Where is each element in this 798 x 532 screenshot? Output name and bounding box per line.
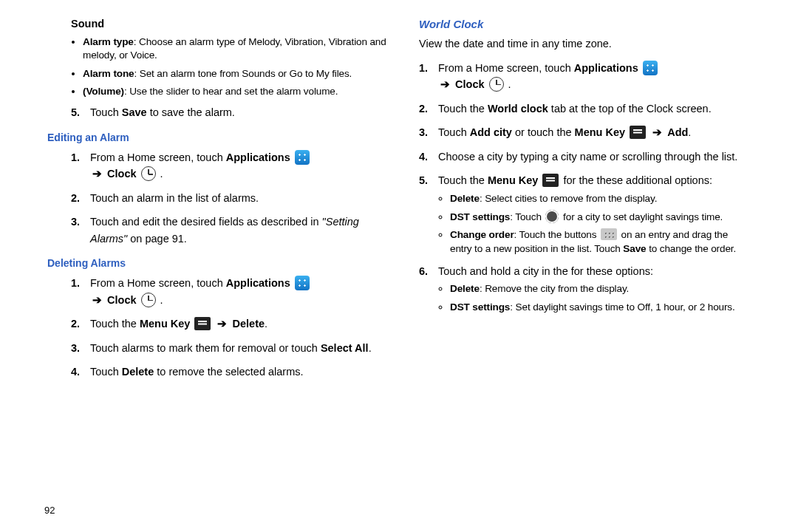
bullet-change-order: Change order: Touch the buttons on an en… [450, 228, 742, 256]
bullet-delete2: Delete: Remove the city from the display… [450, 282, 742, 296]
text: Touch [90, 366, 122, 378]
text: : Select cities to remove from the displ… [480, 193, 657, 204]
applications-icon [295, 150, 310, 165]
apps-label: Applications [226, 151, 290, 163]
text: for a city to set daylight savings time. [560, 211, 723, 222]
drag-handle-icon [601, 228, 617, 240]
period: . [369, 342, 372, 354]
text: From a Home screen, touch [90, 277, 226, 289]
text: Touch the [438, 103, 488, 115]
text: From a Home screen, touch [438, 62, 574, 74]
text: Touch alarms to mark them for removal or… [90, 342, 321, 354]
wc-step-6: Touch and hold a city in the for these o… [419, 263, 742, 314]
apps-label: Applications [574, 62, 638, 74]
text: Touch an alarm in the list of alarms. [90, 192, 259, 204]
bullet-dst2: DST settings: Set daylight savings time … [450, 301, 742, 314]
label: Delete [450, 283, 480, 294]
wc-step6-bullets: Delete: Remove the city from the display… [438, 282, 742, 314]
text: on page 91. [127, 233, 187, 245]
wc-step-2: Touch the World clock tab at the top of … [419, 100, 742, 117]
sound-heading: Sound [71, 18, 394, 30]
menu-key-icon [542, 174, 559, 187]
wc-step-5: Touch the Menu Key for the these additio… [419, 172, 742, 256]
text: Touch and hold a city in the for these o… [438, 265, 653, 277]
del-step-4: Touch Delete to remove the selected alar… [71, 364, 394, 380]
edit-step-2: Touch an alarm in the list of alarms. [71, 190, 394, 206]
text: : Set an alarm tone from Sounds or Go to… [134, 68, 352, 79]
del-step-2: Touch the Menu Key ➔ Delete. [71, 316, 394, 332]
wc-step-3: Touch Add city or touch the Menu Key ➔ A… [419, 124, 742, 140]
save-label: Save [623, 243, 646, 254]
clock-icon [141, 293, 156, 307]
wc-step-4: Choose a city by typing a city name or s… [419, 149, 742, 165]
del-step-3: Touch alarms to mark them for removal or… [71, 340, 394, 356]
wc-step5-bullets: Delete: Select cities to remove from the… [438, 192, 742, 256]
add-label: Add [667, 126, 688, 138]
label: Change order [450, 229, 514, 240]
clock-label: Clock [455, 78, 485, 90]
dst-icon [545, 210, 559, 223]
world-clock-intro: View the date and time in any time zone. [419, 36, 742, 52]
clock-icon [489, 77, 504, 92]
label: DST settings [450, 301, 510, 313]
menu-key-label: Menu Key [575, 126, 626, 138]
editing-steps: From a Home screen, touch Applications ➔… [71, 149, 394, 247]
text: for the these additional options: [563, 174, 712, 186]
world-clock-heading: World Clock [419, 18, 742, 30]
edit-step-1: From a Home screen, touch Applications ➔… [71, 149, 394, 183]
bullet-alarm-tone: Alarm tone: Set an alarm tone from Sound… [83, 67, 394, 81]
text: Choose a city by typing a city name or s… [438, 151, 737, 163]
left-column: Sound Alarm type: Choose an alarm type o… [27, 18, 401, 520]
step-5: Touch Save to save the alarm. [71, 104, 394, 120]
text: or touch the [512, 126, 575, 138]
applications-icon [643, 61, 658, 75]
text: : Use the slider to hear and set the ala… [124, 86, 338, 97]
text: Touch [90, 106, 122, 118]
menu-key-icon [630, 126, 646, 139]
sound-bullet-list: Alarm type: Choose an alarm type of Melo… [71, 35, 394, 98]
text: to change the order. [647, 243, 737, 254]
menu-key-icon [194, 317, 211, 330]
deleting-steps: From a Home screen, touch Applications ➔… [71, 275, 394, 380]
period: . [508, 78, 511, 90]
wc-step-1: From a Home screen, touch Applications ➔… [419, 60, 742, 93]
label: Delete [450, 193, 480, 204]
text: to save the alarm. [147, 106, 235, 118]
menu-key-label: Menu Key [140, 318, 191, 330]
edit-step-3: Touch and edit the desired fields as des… [71, 214, 394, 247]
right-column: World Clock View the date and time in an… [419, 18, 771, 520]
arrow-icon: ➔ [92, 168, 102, 180]
text: From a Home screen, touch [90, 151, 226, 163]
clock-label: Clock [107, 294, 137, 306]
arrow-icon: ➔ [217, 318, 227, 330]
bullet-volume: (Volume): Use the slider to hear and set… [83, 85, 394, 98]
page-number: 92 [44, 505, 55, 516]
period: . [160, 294, 163, 306]
period: . [160, 168, 163, 180]
label: Alarm tone [83, 68, 134, 79]
text: Touch the [90, 318, 140, 330]
add-city-label: Add city [470, 126, 512, 138]
select-all-label: Select All [321, 342, 369, 354]
editing-alarm-heading: Editing an Alarm [47, 132, 394, 143]
clock-icon [141, 166, 156, 181]
delete-label: Delete [233, 318, 265, 330]
delete-label: Delete [122, 366, 154, 378]
period: . [688, 126, 691, 138]
text: Touch [438, 126, 470, 138]
text: to remove the selected alarms. [154, 366, 303, 378]
text: Touch the [438, 174, 488, 186]
bullet-alarm-type: Alarm type: Choose an alarm type of Melo… [83, 35, 394, 63]
deleting-alarms-heading: Deleting Alarms [47, 257, 394, 269]
label: Alarm type [83, 36, 134, 47]
bullet-delete: Delete: Select cities to remove from the… [450, 192, 742, 205]
text: : Touch the buttons [514, 229, 599, 240]
world-clock-steps: From a Home screen, touch Applications ➔… [419, 60, 742, 314]
bullet-dst: DST settings: Touch for a city to set da… [450, 210, 742, 224]
text: Touch and edit the desired fields as des… [90, 216, 322, 228]
text: : Remove the city from the display. [480, 283, 629, 294]
arrow-icon: ➔ [440, 78, 450, 90]
world-clock-label: World clock [488, 103, 548, 115]
text: : Set daylight savings time to Off, 1 ho… [510, 301, 734, 313]
arrow-icon: ➔ [92, 294, 102, 306]
